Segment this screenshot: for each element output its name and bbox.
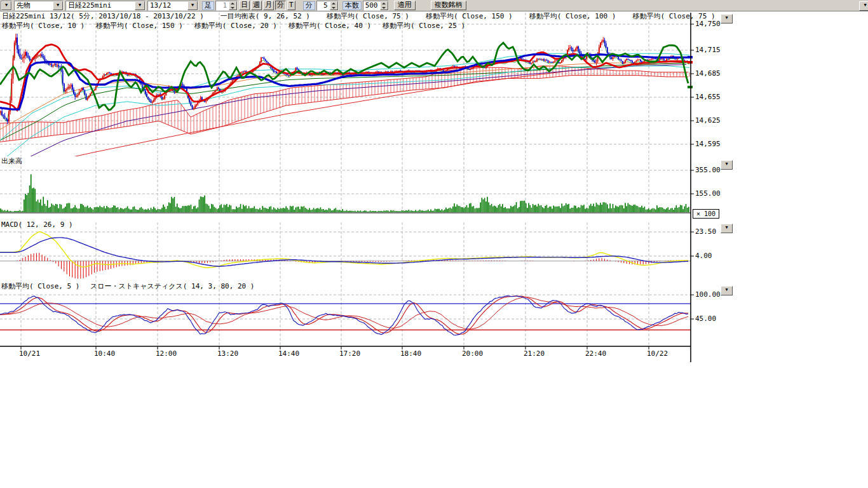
indicator-label: 移動平均( Close, 40 ): [288, 22, 371, 30]
time-axis-label: 10:40: [94, 350, 115, 358]
price-pane-settings-dropdown[interactable]: ▼: [721, 14, 733, 24]
trading-chart-window: ▼ 先物 ▼ 日経225mini ▼ 13/12 ▼ 足 1 日 週 月 分 T…: [0, 0, 868, 488]
time-axis-label: 10/22: [647, 350, 668, 358]
macd-axis-label: 4.00: [695, 252, 712, 260]
chart-header-line1: 日経225mini 13/12( 5分, 2013/10/18 - 2013/1…: [2, 13, 715, 20]
stoch-ma-label: 移動平均( Close, 5 ): [1, 283, 79, 290]
indicator-label: 移動平均( Close, 20 ): [194, 22, 277, 30]
volume-pane-settings-dropdown[interactable]: ▼: [721, 160, 733, 170]
indicator-label: 一目均衡表( 9, 26, 52 ): [220, 13, 310, 20]
stoch-axis-label: 100.00: [695, 291, 721, 299]
time-axis-label: 10/21: [19, 350, 40, 358]
chart-canvas: [0, 0, 868, 488]
time-axis-label: 21:20: [524, 350, 545, 358]
macd-pane-label: MACD( 12, 26, 9 ): [1, 221, 73, 229]
indicator-label: 移動平均( Close, 100 ): [529, 13, 616, 20]
chart-title: 日経225mini 13/12( 5分, 2013/10/18 - 2013/1…: [2, 13, 204, 20]
stoch-pane-label: スロー・ストキャスティクス( 14, 3, 80, 20 ): [90, 283, 254, 290]
volume-multiplier-badge: × 100: [693, 209, 719, 219]
indicator-label: 移動平均( Close, 25 ): [383, 22, 465, 30]
time-axis-label: 18:40: [400, 350, 421, 358]
price-axis-label: 14,685: [695, 70, 721, 78]
time-axis-label: 12:00: [156, 350, 177, 358]
price-axis-label: 14,595: [695, 140, 721, 148]
indicator-label: 移動平均( Close, 150 ): [96, 22, 183, 30]
time-axis-label: 14:40: [278, 350, 299, 358]
time-axis-label: 17:20: [339, 350, 360, 358]
indicator-label: 移動平均( Close, 150 ): [426, 13, 513, 20]
macd-axis-label: 23.50: [695, 228, 716, 236]
macd-pane-settings-dropdown[interactable]: ▼: [721, 224, 733, 233]
volume-axis-label: 355.00: [695, 166, 721, 174]
time-axis-label: 13:20: [217, 350, 238, 358]
time-axis-label: 22:40: [585, 350, 606, 358]
price-axis-label: 14,715: [695, 46, 721, 54]
time-axis-label: 20:00: [462, 350, 483, 358]
price-axis-label: 14,625: [695, 117, 721, 125]
volume-axis-label: 155.00: [695, 190, 721, 198]
stoch-pane-settings-dropdown[interactable]: ▼: [721, 286, 733, 295]
price-axis-label: 14,750: [695, 20, 721, 28]
price-axis-label: 14,655: [695, 93, 721, 101]
indicator-label: 移動平均( Close, 75 ): [327, 13, 409, 20]
stoch-axis-label: 45.00: [695, 315, 716, 323]
indicator-label: 移動平均( Close, 10 ): [2, 22, 85, 30]
volume-pane-label: 出来高: [1, 158, 22, 165]
chart-header-line2: 移動平均( Close, 10 )移動平均( Close, 150 )移動平均(…: [2, 22, 465, 30]
